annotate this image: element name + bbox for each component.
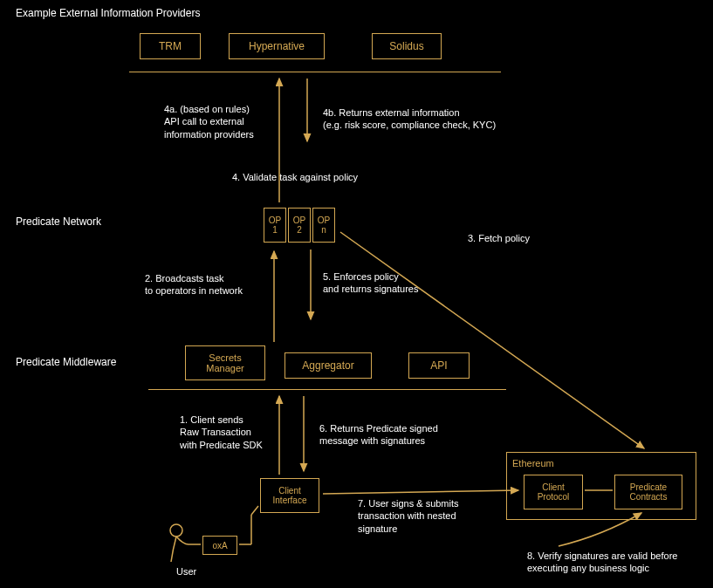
step-6: 6. Returns Predicate signed message with…: [319, 422, 438, 448]
svg-line-7: [323, 490, 518, 494]
box-predicate-contracts: Predicate Contracts: [614, 475, 682, 509]
step-7: 7. User signs & submits transaction with…: [358, 497, 459, 535]
divider-providers: [129, 72, 501, 72]
section-title-providers: Example External Information Providers: [16, 7, 200, 19]
step-8: 8. Verify signatures are valid before ex…: [527, 550, 677, 575]
box-opn: OP n: [312, 208, 335, 243]
op2-label: OP 2: [293, 215, 305, 235]
box-client-interface: Client Interface: [260, 478, 319, 513]
section-title-network: Predicate Network: [16, 215, 101, 228]
box-secrets-manager: Secrets Manager: [185, 345, 265, 380]
opn-label: OP n: [318, 215, 330, 235]
divider-middleware: [148, 389, 506, 390]
step-1: 1. Client sends Raw Transaction with Pre…: [180, 414, 263, 451]
box-aggregator: Aggregator: [285, 352, 372, 379]
step-4b: 4b. Returns external information (e.g. r…: [323, 106, 496, 132]
svg-line-11: [251, 506, 258, 515]
step-4: 4. Validate task against policy: [232, 171, 358, 183]
step-4a: 4a. (based on rules) API call to externa…: [164, 103, 254, 140]
box-op2: OP 2: [288, 208, 311, 243]
box-client-protocol: Client Protocol: [524, 475, 583, 509]
box-api: API: [408, 352, 470, 379]
ethereum-title: Ethereum: [512, 458, 554, 468]
box-trm: TRM: [140, 33, 201, 59]
box-user-address: oxA: [202, 536, 237, 555]
box-hypernative: Hypernative: [229, 33, 325, 59]
section-title-middleware: Predicate Middleware: [16, 356, 116, 368]
step-5: 5. Enforces policy and returns signature…: [323, 270, 418, 296]
box-solidus: Solidus: [372, 33, 442, 59]
step-3: 3. Fetch policy: [468, 232, 530, 244]
box-op1: OP 1: [264, 208, 286, 243]
op1-label: OP 1: [269, 215, 281, 235]
svg-point-13: [170, 524, 182, 537]
svg-line-6: [340, 232, 644, 448]
user-label: User: [176, 565, 196, 578]
step-2: 2. Broadcasts task to operators in netwo…: [145, 272, 243, 297]
